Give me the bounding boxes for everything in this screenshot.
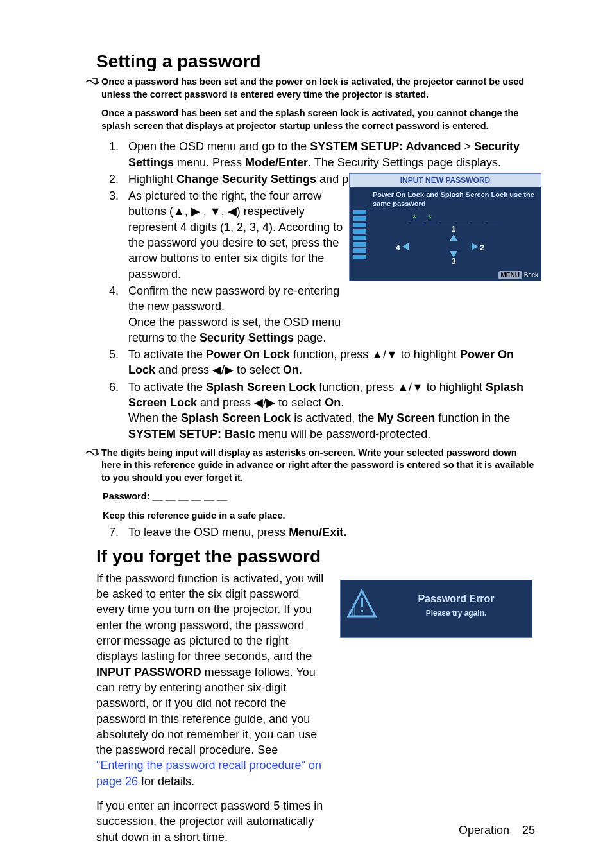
step-1: Open the OSD menu and go to the SYSTEM S… bbox=[122, 139, 535, 170]
chevron-up-icon bbox=[450, 234, 457, 241]
osd-password-slots: ** bbox=[373, 213, 534, 223]
note-text-1a: Once a password has been set and the pow… bbox=[101, 76, 535, 101]
sidebar-stripes-icon bbox=[353, 210, 366, 260]
chevron-right-icon bbox=[472, 243, 478, 250]
osd-dpad: 1 4 2 3 bbox=[373, 225, 534, 263]
note-text-1b: Once a password has been set and the spl… bbox=[101, 107, 535, 132]
osd-panel-password-error: Password Error Please try again. bbox=[340, 580, 532, 638]
heading-setting-password: Setting a password bbox=[96, 51, 535, 72]
page-footer: Operation 25 bbox=[459, 824, 535, 837]
step-4: Confirm the new password by re-entering … bbox=[122, 283, 535, 345]
svg-rect-1 bbox=[361, 610, 363, 612]
osd-back-hint: MENU Back bbox=[498, 272, 538, 279]
note-block-1: Once a password has been set and the pow… bbox=[83, 76, 535, 132]
note-icon bbox=[83, 447, 101, 485]
note-icon bbox=[83, 76, 101, 132]
safe-place-line: Keep this reference guide in a safe plac… bbox=[103, 510, 535, 521]
osd-line1: Power On Lock and Splash Screen Lock use… bbox=[373, 191, 534, 209]
forget-para-2: If you enter an incorrect password 5 tim… bbox=[96, 798, 327, 845]
step-6: To activate the Splash Screen Lock funct… bbox=[122, 379, 535, 442]
heading-forget-password: If you forget the password bbox=[96, 546, 535, 567]
chevron-left-icon bbox=[402, 243, 409, 250]
svg-rect-0 bbox=[361, 598, 363, 607]
osd-title: INPUT NEW PASSWORD bbox=[350, 174, 541, 187]
step-7: To leave the OSD menu, press Menu/Exit. bbox=[122, 525, 535, 540]
note-text-2: The digits being input will display as a… bbox=[101, 447, 535, 485]
osd-panel-input-password: INPUT NEW PASSWORD Power On Lock and Spl… bbox=[349, 173, 541, 281]
password-blank-line: Password: __ __ __ __ __ __ bbox=[103, 491, 535, 501]
step-5: To activate the Power On Lock function, … bbox=[122, 347, 535, 378]
link-password-recall[interactable]: "Entering the password recall procedure"… bbox=[96, 759, 321, 787]
osd-error-title: Password Error bbox=[386, 593, 527, 605]
osd-error-sub: Please try again. bbox=[386, 609, 527, 618]
note-block-2: The digits being input will display as a… bbox=[83, 447, 535, 485]
forget-para-1: If the password function is activated, y… bbox=[96, 571, 327, 789]
warning-icon bbox=[346, 588, 378, 623]
